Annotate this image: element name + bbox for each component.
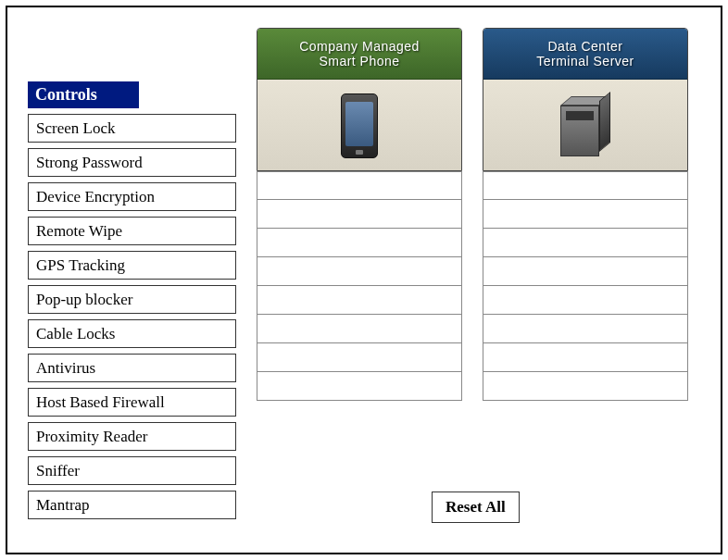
control-item[interactable]: Mantrap <box>28 491 236 519</box>
dropzone-image-area <box>257 80 461 171</box>
dropzone-title-bar: Data Center Terminal Server <box>483 29 687 80</box>
control-item[interactable]: Remote Wipe <box>28 217 236 245</box>
control-item[interactable]: Sniffer <box>28 456 236 485</box>
drop-slot[interactable] <box>257 257 461 286</box>
dropzone-image-area <box>483 80 687 171</box>
control-item[interactable]: Strong Password <box>28 148 236 177</box>
drop-slot[interactable] <box>257 315 461 343</box>
controls-header: Controls <box>28 81 139 108</box>
drop-slot[interactable] <box>483 315 687 343</box>
drop-slot[interactable] <box>483 200 687 229</box>
drop-slot[interactable] <box>483 257 687 286</box>
slot-list <box>257 171 462 401</box>
main-frame: Controls Screen Lock Strong Password Dev… <box>6 6 722 554</box>
control-item[interactable]: Pop-up blocker <box>28 285 236 314</box>
dropzone-title-line2: Smart Phone <box>257 54 461 68</box>
drop-slot[interactable] <box>257 372 461 401</box>
drop-slot[interactable] <box>483 171 687 200</box>
control-item[interactable]: Device Encryption <box>28 182 236 211</box>
dropzone-title-bar: Company Managed Smart Phone <box>257 29 461 80</box>
control-item[interactable]: Cable Locks <box>28 319 236 348</box>
dropzone-smart-phone[interactable]: Company Managed Smart Phone <box>257 28 462 401</box>
dropzone-terminal-server[interactable]: Data Center Terminal Server <box>483 28 688 401</box>
drop-slot[interactable] <box>483 372 687 401</box>
drop-slot[interactable] <box>257 171 461 200</box>
drop-slot[interactable] <box>257 343 461 372</box>
drop-slot[interactable] <box>257 286 461 315</box>
control-item[interactable]: Antivirus <box>28 354 236 382</box>
controls-column: Controls Screen Lock Strong Password Dev… <box>28 81 236 525</box>
drop-slot[interactable] <box>257 229 461 257</box>
control-item[interactable]: Host Based Firewall <box>28 388 236 417</box>
dropzone-title-line2: Terminal Server <box>483 54 687 68</box>
dropzone-title-line1: Data Center <box>483 39 687 54</box>
slot-list <box>483 171 688 401</box>
drop-slot[interactable] <box>257 200 461 229</box>
drop-slot[interactable] <box>483 229 687 257</box>
reset-all-button[interactable]: Reset All <box>432 492 520 523</box>
control-item[interactable]: Screen Lock <box>28 114 236 143</box>
drop-slot[interactable] <box>483 286 687 315</box>
smartphone-icon <box>341 93 378 158</box>
control-item[interactable]: GPS Tracking <box>28 251 236 280</box>
layout-row: Controls Screen Lock Strong Password Dev… <box>28 28 700 525</box>
dropzone-header: Data Center Terminal Server <box>483 28 688 171</box>
control-item[interactable]: Proximity Reader <box>28 422 236 451</box>
dropzone-title-line1: Company Managed <box>257 39 461 54</box>
server-icon <box>560 96 611 156</box>
drop-slot[interactable] <box>483 343 687 372</box>
dropzone-header: Company Managed Smart Phone <box>257 28 462 171</box>
